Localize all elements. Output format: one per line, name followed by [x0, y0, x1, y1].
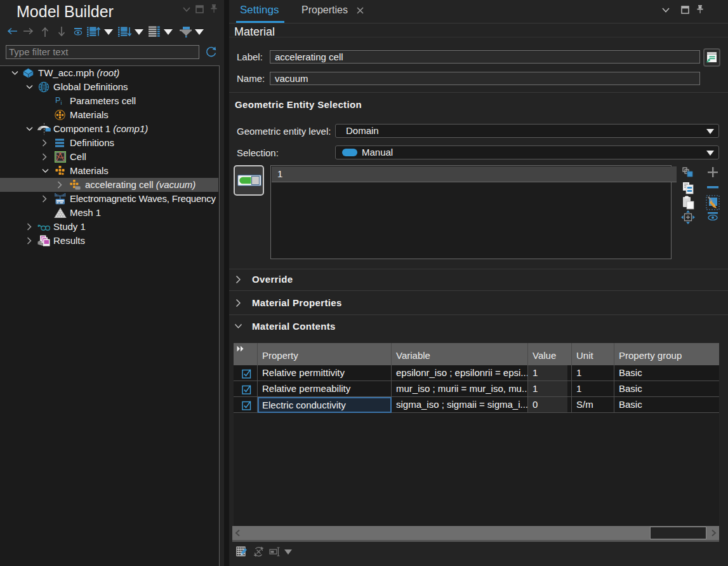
svg-text:i: i [61, 100, 62, 106]
svg-text:P: P [55, 97, 60, 105]
